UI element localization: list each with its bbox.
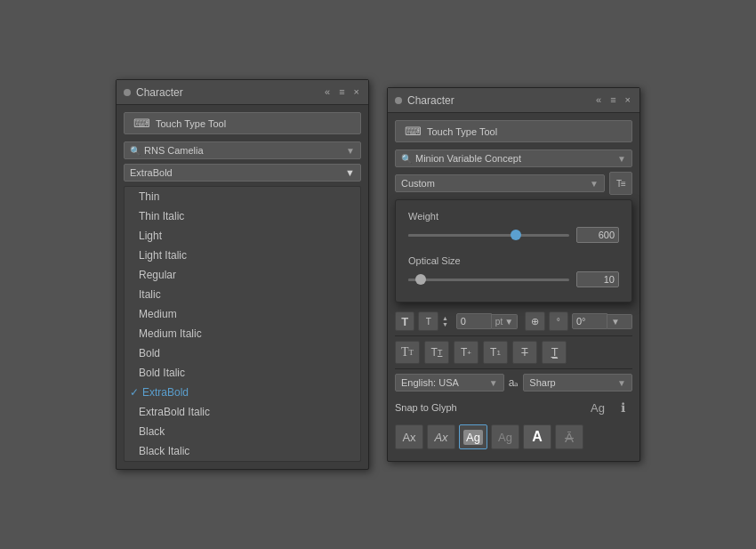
left-character-panel: Character « ≡ × ⌨ Touch Type Tool 🔍 ▼ Ex… xyxy=(116,79,369,470)
left-touch-tool-button[interactable]: ⌨ Touch Type Tool xyxy=(124,112,361,134)
variable-font-popup: Weight Optical Size xyxy=(395,199,632,303)
optical-label: Optical Size xyxy=(408,255,619,266)
left-panel-body: ⌨ Touch Type Tool 🔍 ▼ ExtraBold ▼ Thin T… xyxy=(117,105,368,469)
kerning-unit[interactable]: ▼ xyxy=(607,314,632,329)
font-size-unit[interactable]: pt ▼ xyxy=(492,314,518,329)
weight-slider[interactable] xyxy=(408,234,569,237)
left-panel-title: Character xyxy=(136,86,183,99)
list-item[interactable]: Medium xyxy=(125,304,360,324)
superscript-t-btn[interactable]: T+ xyxy=(454,341,479,364)
weight-row: Weight xyxy=(408,211,619,243)
serif-tt-btn[interactable]: TT xyxy=(395,341,420,364)
right-collapse-btn[interactable]: « xyxy=(594,95,603,105)
custom-arrow: ▼ xyxy=(590,179,599,189)
glyph-a-strike-label: Ā xyxy=(565,430,574,445)
right-font-input[interactable] xyxy=(415,153,614,164)
list-item[interactable]: Medium Italic xyxy=(125,324,360,343)
list-item[interactable]: Thin Italic xyxy=(125,206,360,226)
right-menu-btn[interactable]: ≡ xyxy=(608,95,617,105)
divider-1 xyxy=(395,335,632,336)
optical-slider[interactable] xyxy=(408,279,569,281)
snap-to-glyph-row: Snap to Glyph Ag ℹ xyxy=(395,396,632,419)
right-panel-controls: « ≡ × xyxy=(594,95,632,105)
weight-thumb[interactable] xyxy=(511,230,521,240)
font-size-spinner[interactable]: ▲ ▼ xyxy=(442,315,453,327)
font-size-unit-label: pt xyxy=(495,317,503,327)
weight-label: Weight xyxy=(408,211,619,222)
list-item[interactable]: ExtraBold Italic xyxy=(125,402,360,422)
glyph-ax-normal-label: Ax xyxy=(402,431,415,444)
right-touch-tool-button[interactable]: ⌨ Touch Type Tool xyxy=(395,120,632,142)
sharp-arrow: ▼ xyxy=(617,378,626,388)
left-font-list: Thin Thin Italic Light Light Italic Regu… xyxy=(124,186,361,462)
right-panel-title: Character xyxy=(407,94,454,107)
left-font-search[interactable]: 🔍 ▼ xyxy=(124,141,361,159)
font-size-unit-arrow: ▼ xyxy=(504,317,513,327)
right-panel-body: ⌨ Touch Type Tool 🔍 ▼ Custom ▼ T≡ Weight xyxy=(388,113,639,461)
glyph-a-filled-btn[interactable]: A xyxy=(523,424,551,449)
lang-sharp-row: English: USA ▼ aₐ Sharp ▼ xyxy=(395,374,632,392)
left-font-input[interactable] xyxy=(144,145,342,156)
right-font-search[interactable]: 🔍 ▼ xyxy=(395,149,632,167)
search-icon-right: 🔍 xyxy=(401,154,412,164)
list-item[interactable]: Italic xyxy=(125,285,360,304)
glyph-ag-filled-btn[interactable]: Ag xyxy=(459,424,487,449)
right-character-panel: Character « ≡ × ⌨ Touch Type Tool 🔍 ▼ Cu… xyxy=(387,87,640,462)
left-touch-tool-label: Touch Type Tool xyxy=(156,118,226,129)
glyph-a-filled-label: A xyxy=(532,429,543,445)
left-style-value: ExtraBold xyxy=(130,167,173,178)
subscript-icon-btn[interactable]: ° xyxy=(549,311,568,331)
font-size-input[interactable] xyxy=(456,313,492,329)
right-panel-dot-icon xyxy=(395,97,402,104)
snap-glyph-icon-btn[interactable]: Ag xyxy=(588,398,607,417)
left-style-select[interactable]: ExtraBold ▼ xyxy=(124,164,361,182)
sans-tt-btn[interactable]: TT xyxy=(424,341,449,364)
weight-value-input[interactable] xyxy=(576,227,619,243)
strikethrough-t-btn[interactable]: T xyxy=(512,341,537,364)
glyph-ag-filled-label: Ag xyxy=(463,430,483,445)
language-select[interactable]: English: USA ▼ xyxy=(395,374,504,392)
list-item[interactable]: Black xyxy=(125,422,360,441)
snap-info-icon-btn[interactable]: ℹ xyxy=(613,398,632,417)
glyph-ax-oblique-btn[interactable]: Ax xyxy=(427,424,455,449)
glyph-a-strike-btn[interactable]: Ā xyxy=(555,424,583,449)
glyph-ax-normal-btn[interactable]: Ax xyxy=(395,424,423,449)
optical-thumb[interactable] xyxy=(415,274,426,285)
touch-tool-icon-right: ⌨ xyxy=(405,125,422,138)
list-item-extrabold[interactable]: ✓ ExtraBold xyxy=(125,383,360,402)
font-size-input-group: pt ▼ xyxy=(456,313,518,329)
kerning-unit-arrow: ▼ xyxy=(611,317,620,327)
optical-value-input[interactable] xyxy=(576,271,619,287)
right-close-btn[interactable]: × xyxy=(623,95,632,105)
right-font-search-row: 🔍 ▼ xyxy=(395,149,632,167)
list-item[interactable]: Bold xyxy=(125,343,360,363)
left-panel-controls: « ≡ × xyxy=(323,87,361,97)
list-item[interactable]: Black Italic xyxy=(125,441,360,461)
left-collapse-btn[interactable]: « xyxy=(323,87,332,97)
right-font-dropdown-arrow: ▼ xyxy=(617,154,626,164)
left-title-group: Character xyxy=(124,86,183,99)
superscript-icon-btn[interactable]: ⊕ xyxy=(525,311,544,331)
panel-dot-icon xyxy=(124,89,131,96)
snap-icons-group: Ag ℹ xyxy=(588,398,632,417)
weight-track xyxy=(408,234,516,237)
underline-t-btn[interactable]: T̲ xyxy=(542,341,567,364)
left-panel-header: Character « ≡ × xyxy=(117,80,368,105)
list-item[interactable]: Light Italic xyxy=(125,246,360,265)
left-close-btn[interactable]: × xyxy=(352,87,361,97)
variable-font-settings-btn[interactable]: T≡ xyxy=(609,172,632,195)
sharp-select[interactable]: Sharp ▼ xyxy=(523,374,632,392)
font-size-small-icon-btn[interactable]: T xyxy=(418,311,438,331)
subscript-t-btn[interactable]: T1 xyxy=(483,341,508,364)
custom-select[interactable]: Custom ▼ xyxy=(395,174,605,192)
list-item[interactable]: Light xyxy=(125,226,360,246)
font-size-icon-btn[interactable]: T xyxy=(395,311,414,331)
kerning-input[interactable] xyxy=(572,313,607,329)
glyph-ag-outline-btn[interactable]: Ag xyxy=(491,424,519,449)
list-item[interactable]: Bold Italic xyxy=(125,363,360,383)
list-item[interactable]: Thin xyxy=(125,187,360,206)
language-arrow: ▼ xyxy=(489,378,498,388)
char-controls: T T ▲ ▼ pt ▼ ⊕ ° xyxy=(395,307,632,454)
list-item[interactable]: Regular xyxy=(125,265,360,285)
left-menu-btn[interactable]: ≡ xyxy=(337,87,346,97)
